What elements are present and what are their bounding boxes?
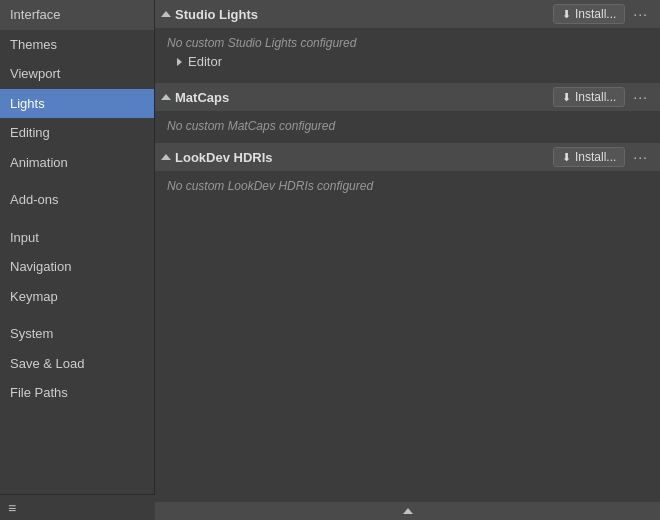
- more-options-button-lookdev-hdris[interactable]: ···: [629, 147, 652, 167]
- sidebar-item-viewport[interactable]: Viewport: [0, 59, 154, 89]
- sidebar-item-system[interactable]: System: [0, 319, 154, 349]
- section-header-lookdev-hdris[interactable]: LookDev HDRIs⬇ Install...···: [155, 143, 660, 171]
- section-title-matcaps: MatCaps: [175, 90, 553, 105]
- expand-icon: [161, 94, 171, 100]
- section-actions-lookdev-hdris: ⬇ Install...···: [553, 147, 652, 167]
- expand-icon: [161, 11, 171, 17]
- install-button-matcaps[interactable]: ⬇ Install...: [553, 87, 625, 107]
- more-options-button-studio-lights[interactable]: ···: [629, 4, 652, 24]
- no-custom-text-studio-lights: No custom Studio Lights configured: [167, 36, 648, 50]
- expand-icon: [161, 154, 171, 160]
- section-matcaps: MatCaps⬇ Install...···No custom MatCaps …: [155, 83, 660, 141]
- editor-label: Editor: [188, 54, 222, 69]
- hamburger-icon[interactable]: ≡: [8, 500, 16, 516]
- section-body-matcaps: No custom MatCaps configured: [155, 111, 660, 141]
- sidebar-item-save-load[interactable]: Save & Load: [0, 349, 154, 379]
- sidebar-item-input[interactable]: Input: [0, 223, 154, 253]
- section-actions-matcaps: ⬇ Install...···: [553, 87, 652, 107]
- sidebar-item-themes[interactable]: Themes: [0, 30, 154, 60]
- no-custom-text-matcaps: No custom MatCaps configured: [167, 119, 648, 133]
- sidebar-item-keymap[interactable]: Keymap: [0, 282, 154, 312]
- sidebar-item-file-paths[interactable]: File Paths: [0, 378, 154, 408]
- sidebar-divider: [0, 311, 154, 319]
- download-icon: ⬇: [562, 151, 571, 164]
- sidebar-item-interface[interactable]: Interface: [0, 0, 154, 30]
- editor-row[interactable]: Editor: [167, 50, 648, 73]
- section-header-matcaps[interactable]: MatCaps⬇ Install...···: [155, 83, 660, 111]
- section-title-lookdev-hdris: LookDev HDRIs: [175, 150, 553, 165]
- sidebar-item-navigation[interactable]: Navigation: [0, 252, 154, 282]
- download-icon: ⬇: [562, 8, 571, 21]
- section-lookdev-hdris: LookDev HDRIs⬇ Install...···No custom Lo…: [155, 143, 660, 201]
- sidebar: InterfaceThemesViewportLightsEditingAnim…: [0, 0, 155, 520]
- sidebar-item-editing[interactable]: Editing: [0, 118, 154, 148]
- section-body-lookdev-hdris: No custom LookDev HDRIs configured: [155, 171, 660, 201]
- main-content: Studio Lights⬇ Install...···No custom St…: [155, 0, 660, 520]
- install-button-studio-lights[interactable]: ⬇ Install...: [553, 4, 625, 24]
- scroll-up-button[interactable]: [155, 502, 660, 520]
- bottom-bar: ≡: [0, 494, 155, 520]
- sidebar-divider: [0, 177, 154, 185]
- section-header-studio-lights[interactable]: Studio Lights⬇ Install...···: [155, 0, 660, 28]
- section-studio-lights: Studio Lights⬇ Install...···No custom St…: [155, 0, 660, 81]
- section-title-studio-lights: Studio Lights: [175, 7, 553, 22]
- sidebar-item-lights[interactable]: Lights: [0, 89, 154, 119]
- sidebar-item-animation[interactable]: Animation: [0, 148, 154, 178]
- section-body-studio-lights: No custom Studio Lights configuredEditor: [155, 28, 660, 81]
- more-options-button-matcaps[interactable]: ···: [629, 87, 652, 107]
- no-custom-text-lookdev-hdris: No custom LookDev HDRIs configured: [167, 179, 648, 193]
- scroll-up-arrow-icon: [403, 508, 413, 514]
- sidebar-item-addons[interactable]: Add-ons: [0, 185, 154, 215]
- download-icon: ⬇: [562, 91, 571, 104]
- install-button-lookdev-hdris[interactable]: ⬇ Install...: [553, 147, 625, 167]
- sidebar-divider: [0, 215, 154, 223]
- editor-expand-icon: [177, 58, 182, 66]
- section-actions-studio-lights: ⬇ Install...···: [553, 4, 652, 24]
